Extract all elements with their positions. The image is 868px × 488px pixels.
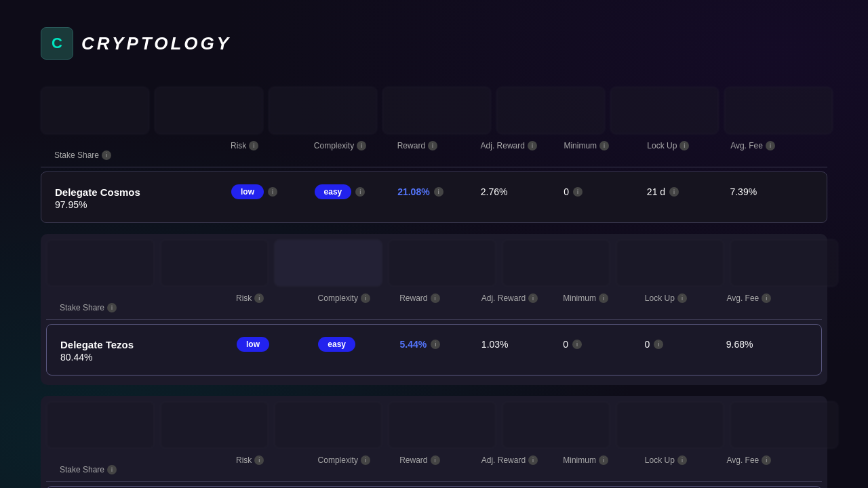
reward-info-icon[interactable]: i — [428, 141, 437, 150]
bg-card — [502, 239, 610, 287]
tezos-complexity-info-icon[interactable]: i — [361, 293, 370, 303]
avax-adj-reward-info-icon[interactable]: i — [528, 455, 538, 465]
cosmos-complexity-badge: easy — [315, 184, 352, 199]
complexity-info-icon[interactable]: i — [357, 141, 366, 150]
cosmos-name: Delegate Cosmos — [55, 186, 231, 198]
header-risk: Risk i — [231, 141, 314, 150]
header-lockup: Lock Up i — [647, 141, 730, 150]
tezos-reward-cell: 5.44% i — [400, 339, 481, 350]
avax-header-stake-share: Stake Share i — [60, 465, 236, 474]
cosmos-stake-share-value: 97.95% — [55, 199, 87, 210]
header-minimum: Minimum i — [564, 141, 647, 150]
tezos-risk-info-icon[interactable]: i — [254, 293, 264, 303]
tezos-adj-reward-info-icon[interactable]: i — [528, 293, 538, 303]
logo-title: CRYPTOLOGY — [81, 33, 231, 54]
cosmos-row-wrapper[interactable]: Delegate Cosmos low i easy i 21.08% i 2.… — [41, 171, 827, 223]
header-adj-reward: Adj. Reward i — [481, 141, 564, 150]
bg-card — [610, 87, 719, 134]
stake-share-info-icon[interactable]: i — [102, 150, 111, 160]
tezos-reward-info[interactable]: i — [431, 340, 440, 349]
cosmos-complexity-info[interactable]: i — [355, 187, 365, 197]
tezos-minimum-cell: 0 i — [563, 339, 644, 350]
avax-stake-share-info-icon[interactable]: i — [107, 465, 117, 474]
tezos-risk-badge: low — [237, 337, 269, 352]
cosmos-section: Risk i Complexity i Reward i Adj. Reward… — [41, 87, 827, 223]
tezos-lockup-info[interactable]: i — [654, 340, 663, 349]
cosmos-reward-info[interactable]: i — [434, 187, 443, 197]
adj-reward-info-icon[interactable]: i — [528, 141, 537, 150]
avax-header-avg-fee: Avg. Fee i — [726, 455, 808, 465]
avax-complexity-info-icon[interactable]: i — [361, 455, 370, 465]
tezos-header-adj-reward: Adj. Reward i — [481, 293, 564, 303]
bg-card — [388, 239, 496, 287]
bg-card — [46, 239, 155, 287]
tezos-header-complexity: Complexity i — [318, 293, 400, 303]
tezos-risk-cell: low — [237, 337, 318, 352]
cosmos-blurred-bg — [41, 87, 827, 134]
avax-lockup-info-icon[interactable]: i — [677, 455, 687, 465]
tezos-lockup-info-icon[interactable]: i — [677, 293, 687, 303]
avax-reward-info-icon[interactable]: i — [431, 455, 440, 465]
minimum-info-icon[interactable]: i — [599, 141, 609, 150]
bg-card — [269, 87, 377, 134]
tezos-header-empty — [60, 293, 236, 303]
tezos-minimum-info[interactable]: i — [572, 340, 582, 349]
cosmos-adj-reward-cell: 2.76% — [481, 186, 564, 197]
tezos-minimum-value: 0 — [563, 339, 568, 350]
cosmos-avg-fee-cell: 7.39% — [730, 186, 813, 197]
bg-card — [616, 239, 724, 287]
tezos-header-risk: Risk i — [236, 293, 318, 303]
cosmos-lockup-info[interactable]: i — [669, 187, 679, 197]
avax-header-reward: Reward i — [399, 455, 481, 465]
bg-card — [730, 401, 838, 449]
cosmos-minimum-info[interactable]: i — [573, 187, 583, 197]
tezos-complexity-badge: easy — [318, 337, 355, 352]
cosmos-lockup-cell: 21 d i — [647, 186, 730, 197]
tezos-stake-share-info-icon[interactable]: i — [107, 303, 117, 312]
cosmos-avg-fee-value: 7.39% — [730, 186, 757, 197]
bg-card — [41, 87, 149, 134]
tezos-table-header: Risk i Complexity i Reward i Adj. Reward… — [46, 287, 822, 320]
cosmos-adj-reward-value: 2.76% — [481, 186, 508, 197]
header-complexity: Complexity i — [314, 141, 397, 150]
tezos-stake-share-value: 80.44% — [60, 352, 92, 363]
cosmos-data-row: Delegate Cosmos low i easy i 21.08% i 2.… — [41, 172, 827, 222]
cosmos-risk-info[interactable]: i — [268, 187, 277, 197]
header-stake-share: Stake Share i — [54, 150, 231, 160]
bg-card — [46, 401, 155, 449]
cosmos-minimum-cell: 0 i — [564, 186, 647, 197]
cosmos-reward-value: 21.08% — [397, 186, 429, 197]
tezos-header-lockup: Lock Up i — [645, 293, 727, 303]
tezos-header-stake-share: Stake Share i — [60, 303, 236, 312]
tezos-row-wrapper[interactable]: Delegate Tezos low easy 5.44% i 1.03% 0 … — [46, 324, 822, 375]
cosmos-minimum-value: 0 — [564, 186, 569, 197]
bg-card — [496, 87, 605, 134]
cosmos-stake-share-cell: 97.95% — [55, 199, 231, 210]
tezos-section: Risk i Complexity i Reward i Adj. Reward… — [41, 234, 827, 385]
avax-blurred-bg — [46, 401, 822, 449]
avax-avg-fee-info-icon[interactable]: i — [762, 455, 771, 465]
cosmos-risk-cell: low i — [231, 184, 315, 199]
avax-table-header: Risk i Complexity i Reward i Adj. Reward… — [46, 449, 822, 482]
bg-card — [724, 87, 833, 134]
avg-fee-info-icon[interactable]: i — [766, 141, 775, 150]
tezos-reward-info-icon[interactable]: i — [431, 293, 440, 303]
avax-header-empty — [60, 455, 236, 465]
bg-card — [155, 87, 263, 134]
tezos-data-row: Delegate Tezos low easy 5.44% i 1.03% 0 … — [47, 325, 821, 375]
bg-card — [616, 401, 724, 449]
cosmos-table-header: Risk i Complexity i Reward i Adj. Reward… — [41, 134, 827, 167]
avax-minimum-info-icon[interactable]: i — [599, 455, 608, 465]
bg-card — [502, 401, 610, 449]
lockup-info-icon[interactable]: i — [679, 141, 689, 150]
tezos-avg-fee-info-icon[interactable]: i — [762, 293, 771, 303]
avax-risk-info-icon[interactable]: i — [254, 455, 264, 465]
tezos-avg-fee-value: 9.68% — [726, 339, 753, 350]
cosmos-complexity-cell: easy i — [315, 184, 398, 199]
tezos-minimum-info-icon[interactable]: i — [599, 293, 608, 303]
header-empty — [54, 141, 231, 150]
cosmos-risk-badge: low — [231, 184, 264, 199]
risk-info-icon[interactable]: i — [249, 141, 258, 150]
tezos-lockup-cell: 0 i — [644, 339, 726, 350]
bg-card — [274, 401, 382, 449]
